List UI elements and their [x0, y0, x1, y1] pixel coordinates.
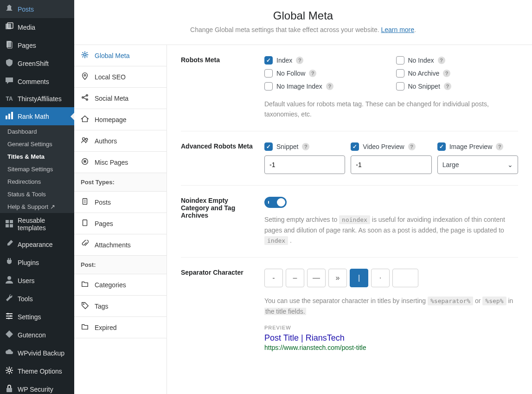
tab-local-seo[interactable]: Local SEO: [74, 66, 167, 88]
separator-option-0[interactable]: -: [264, 269, 283, 287]
checkbox-image-preview[interactable]: Image Preview?: [437, 142, 518, 151]
checkbox-icon: [264, 56, 273, 65]
tab-categories[interactable]: Categories: [74, 274, 167, 296]
separator-description: You can use the separator character in t…: [264, 296, 518, 316]
snippet-input[interactable]: [264, 155, 345, 174]
checkbox-no-archive[interactable]: No Archive?: [396, 69, 519, 78]
separator-option-2[interactable]: —: [307, 269, 326, 287]
menu-item-wp-security[interactable]: WP Security: [0, 380, 74, 394]
submenu-item-sitemap-settings[interactable]: Sitemap Settings: [0, 163, 74, 175]
menu-item-media[interactable]: Media: [0, 18, 74, 36]
help-icon[interactable]: ?: [443, 70, 450, 77]
submenu-item-redirections[interactable]: Redirections: [0, 175, 74, 188]
menu-item-pages[interactable]: Pages: [0, 36, 74, 54]
svg-point-20: [86, 94, 88, 97]
checkbox-icon: [396, 69, 404, 78]
help-icon[interactable]: ?: [296, 57, 303, 64]
rankmath-icon: [5, 111, 14, 122]
submenu-item-help-support-[interactable]: Help & Support ↗: [0, 200, 74, 213]
tab-attachments[interactable]: Attachments: [74, 234, 167, 256]
tab-posts[interactable]: Posts: [74, 192, 167, 213]
menu-item-settings[interactable]: Settings: [0, 308, 74, 326]
pin2-icon: [81, 72, 89, 82]
separator-option-3[interactable]: »: [328, 269, 347, 287]
checkbox-icon: [396, 82, 404, 90]
help-icon[interactable]: ?: [496, 143, 503, 150]
submenu-item-dashboard[interactable]: Dashboard: [0, 125, 74, 138]
robots-meta-row: Robots Meta Index?No Index?No Follow?No …: [181, 56, 518, 131]
checkbox-icon: [351, 142, 359, 151]
separator-option-6[interactable]: [392, 269, 418, 287]
tab-expired[interactable]: Expired: [74, 317, 167, 338]
svg-rect-5: [8, 114, 10, 119]
menu-item-posts[interactable]: Posts: [0, 0, 74, 18]
help-icon[interactable]: ?: [309, 70, 316, 77]
separator-option-1[interactable]: –: [286, 269, 304, 287]
wp-admin-sidebar: PostsMediaPagesGreenShiftCommentsTAThirs…: [0, 0, 74, 394]
menu-item-comments[interactable]: Comments: [0, 72, 74, 90]
svg-rect-16: [6, 388, 12, 392]
menu-item-gutencon[interactable]: Gutencon: [0, 326, 74, 344]
menu-item-greenshift[interactable]: GreenShift: [0, 54, 74, 72]
video-preview-input[interactable]: [351, 155, 431, 174]
learn-more-link[interactable]: Learn more: [381, 26, 414, 33]
gear-icon: [5, 366, 14, 376]
shield-icon: [5, 58, 14, 69]
svg-rect-4: [6, 116, 7, 119]
home-icon: [81, 115, 89, 124]
tab-homepage[interactable]: Homepage: [74, 109, 167, 130]
menu-item-theme-options[interactable]: Theme Options: [0, 362, 74, 380]
tab-social-meta[interactable]: Social Meta: [74, 88, 167, 109]
help-icon[interactable]: ?: [408, 143, 416, 150]
page-icon: [81, 219, 89, 228]
robots-meta-description: Default values for robots meta tag. Thes…: [264, 99, 518, 120]
separator-option-5[interactable]: ·: [371, 269, 390, 287]
tab-group-post: Post:: [74, 256, 167, 274]
checkbox-no-snippet[interactable]: No Snippet?: [396, 82, 519, 90]
submenu-item-status-tools[interactable]: Status & Tools: [0, 188, 74, 200]
page-title: Global Meta: [83, 9, 523, 22]
checkbox-no-follow[interactable]: No Follow?: [264, 69, 387, 78]
menu-item-thirstyaffiliates[interactable]: TAThirstyAffiliates: [0, 90, 74, 107]
menu-item-reusable-templates[interactable]: Reusable templates: [0, 213, 74, 235]
menu-item-users[interactable]: Users: [0, 271, 74, 290]
comment-icon: [5, 76, 14, 87]
menu-item-rank-math[interactable]: Rank Math: [0, 107, 74, 125]
menu-item-plugins[interactable]: Plugins: [0, 253, 74, 271]
separator-label: Separator Character: [181, 269, 264, 351]
submenu-item-titles-meta[interactable]: Titles & Meta: [0, 150, 74, 163]
tab-global-meta[interactable]: Global Meta: [74, 45, 167, 66]
separator-option-4[interactable]: |: [350, 269, 368, 287]
image-preview-select[interactable]: Large⌄: [437, 155, 518, 174]
checkbox-no-index[interactable]: No Index?: [396, 56, 519, 65]
help-icon[interactable]: ?: [444, 83, 451, 90]
cloud-icon: [5, 348, 14, 358]
help-icon[interactable]: ?: [302, 143, 309, 150]
adv-col-snippet: Snippet?: [264, 142, 345, 174]
help-icon[interactable]: ?: [326, 83, 333, 90]
svg-point-23: [85, 138, 88, 141]
noindex-empty-row: Noindex Empty Category and Tag Archives …: [181, 197, 518, 258]
submenu-item-general-settings[interactable]: General Settings: [0, 138, 74, 150]
checkbox-snippet[interactable]: Snippet?: [264, 142, 345, 151]
checkbox-no-image-index[interactable]: No Image Index?: [264, 82, 387, 90]
noindex-toggle[interactable]: [264, 197, 287, 208]
checkbox-index[interactable]: Index?: [264, 56, 387, 65]
pin-icon: [5, 4, 14, 14]
tab-pages[interactable]: Pages: [74, 213, 167, 234]
tab-authors[interactable]: Authors: [74, 130, 167, 152]
help-icon[interactable]: ?: [438, 57, 445, 64]
svg-point-18: [84, 74, 86, 76]
menu-item-wpvivid-backup[interactable]: WPvivid Backup: [0, 344, 74, 362]
svg-point-17: [83, 53, 86, 56]
tab-tags[interactable]: Tags: [74, 296, 167, 317]
user-icon: [5, 275, 14, 286]
preview-url: https://www.rianstech.com/post-title: [264, 344, 518, 351]
menu-item-appearance[interactable]: Appearance: [0, 235, 74, 253]
svg-point-21: [86, 98, 88, 101]
svg-rect-8: [10, 220, 13, 223]
tab-misc-pages[interactable]: Misc Pages: [74, 152, 167, 173]
advanced-robots-label: Advanced Robots Meta: [181, 142, 264, 174]
menu-item-tools[interactable]: Tools: [0, 290, 74, 308]
checkbox-video-preview[interactable]: Video Preview?: [351, 142, 431, 151]
